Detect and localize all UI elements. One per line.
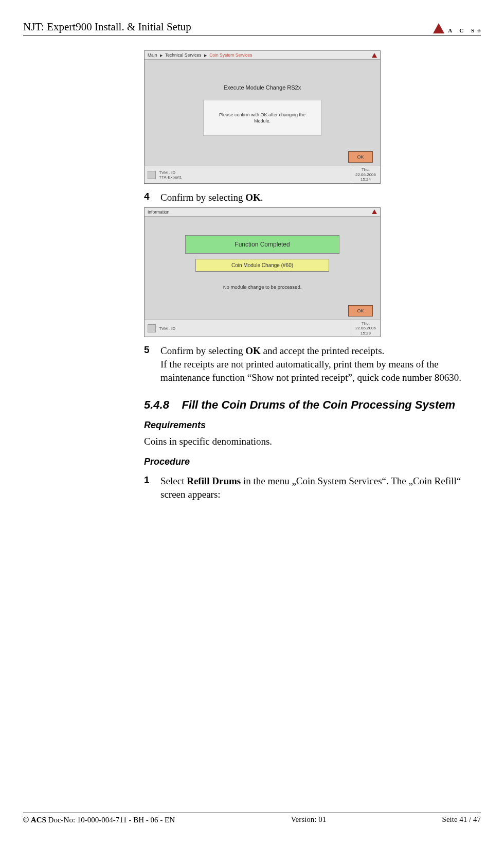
dialog-heading: Execute Module Change RS2x <box>154 84 371 91</box>
ui-body: Execute Module Change RS2x Please confir… <box>145 60 380 166</box>
text: If the receipts are not printed automati… <box>160 359 461 383</box>
ok-button[interactable]: OK <box>348 151 373 163</box>
footer-page: Seite 41 / 47 <box>442 815 481 824</box>
statusbar-day: Thu, <box>355 167 376 172</box>
ui-statusbar: TVM - ID TTA-Expert1 Thu, 22.06.2006 15:… <box>145 166 380 183</box>
statusbar-left: TVM - ID TTA-Expert1 <box>145 166 185 183</box>
section-title: Fill the Coin Drums of the Coin Processi… <box>182 398 455 411</box>
tvm-id-label: TVM - ID <box>159 170 182 175</box>
page-header: NJT: Expert900 Install. & Initial Setup … <box>23 21 481 36</box>
text: and accept the printed receipts. <box>261 345 385 356</box>
ui-titlebar: Information <box>145 208 380 217</box>
breadcrumb-item-current: Coin System Services <box>209 52 252 58</box>
step-5: 5 Confirm by selecting OK and accept the… <box>144 344 486 384</box>
screenshot-execute-module-change: Main ▶ Technical Services ▶ Coin System … <box>144 50 381 184</box>
step-text: Confirm by selecting OK. <box>160 191 486 204</box>
copyright-icon: © <box>23 815 29 824</box>
ui-body: Function Completed Coin Module Change (#… <box>145 217 380 320</box>
subheading-procedure: Procedure <box>144 456 486 467</box>
section-heading: 5.4.8 Fill the Coin Drums of the Coin Pr… <box>144 398 486 412</box>
footer-acs: ACS <box>31 816 46 824</box>
screenshot-function-completed: Information Function Completed Coin Modu… <box>144 207 381 338</box>
text: Confirm by selecting <box>160 192 245 203</box>
footer-version: Version: 01 <box>291 815 326 824</box>
chevron-right-icon: ▶ <box>204 54 207 57</box>
requirements-text: Coins in specific denominations. <box>144 435 486 448</box>
tvm-id-label: TVM - ID <box>159 326 175 331</box>
statusbar-date: 22.06.2006 <box>355 172 376 178</box>
step-4: 4 Confirm by selecting OK. <box>144 191 486 204</box>
device-icon <box>148 324 156 332</box>
footer-docno: Doc-No: 10-000-004-711 - BH - 06 - EN <box>46 816 175 824</box>
page-footer: © ACS Doc-No: 10-000-004-711 - BH - 06 -… <box>23 813 481 824</box>
dialog-message: Please confirm with OK after changing th… <box>203 100 321 136</box>
footer-left: © ACS Doc-No: 10-000-004-711 - BH - 06 -… <box>23 815 175 824</box>
statusbar-left: TVM - ID <box>145 320 178 337</box>
text: Select <box>160 476 187 486</box>
content-column: Main ▶ Technical Services ▶ Coin System … <box>144 50 486 501</box>
status-banner-info: Coin Module Change (#60) <box>195 259 329 272</box>
step-number: 5 <box>144 344 152 384</box>
logo-triangle-icon <box>372 209 377 214</box>
status-banner-success: Function Completed <box>185 235 339 254</box>
section-number: 5.4.8 <box>144 398 169 411</box>
step-number: 4 <box>144 191 152 204</box>
subheading-requirements: Requirements <box>144 420 486 431</box>
text-bold: OK <box>245 192 261 203</box>
step-text: Select Refill Drums in the menu „Coin Sy… <box>160 474 486 501</box>
chevron-right-icon: ▶ <box>160 54 163 57</box>
device-icon <box>148 171 156 179</box>
text-bold: Refill Drums <box>187 476 241 486</box>
text: Confirm by selecting <box>160 345 245 356</box>
tvm-id-value: TTA-Expert1 <box>159 175 182 180</box>
step-1: 1 Select Refill Drums in the menu „Coin … <box>144 474 486 501</box>
statusbar-date: 22.06.2006 <box>355 326 376 331</box>
text-bold: OK <box>245 345 261 356</box>
logo-registered: ® <box>477 28 481 33</box>
ui-statusbar: TVM - ID Thu, 22.06.2006 15:29 <box>145 320 380 337</box>
status-message: No module change to be processed. <box>154 284 371 290</box>
breadcrumb: Main ▶ Technical Services ▶ Coin System … <box>148 52 252 58</box>
statusbar-time: 15:29 <box>355 331 376 336</box>
statusbar-datetime: Thu, 22.06.2006 15:29 <box>351 320 380 337</box>
acs-logo: A C S ® <box>433 23 481 33</box>
logo-triangle-icon <box>433 23 444 33</box>
window-title: Information <box>148 209 170 215</box>
statusbar-day: Thu, <box>355 321 376 326</box>
breadcrumb-item: Technical Services <box>165 52 201 58</box>
ui-titlebar: Main ▶ Technical Services ▶ Coin System … <box>145 51 380 60</box>
logo-triangle-icon <box>372 53 377 58</box>
header-title: NJT: Expert900 Install. & Initial Setup <box>23 21 191 33</box>
statusbar-datetime: Thu, 22.06.2006 15:24 <box>351 166 380 183</box>
statusbar-time: 15:24 <box>355 177 376 182</box>
logo-text: A C S <box>448 27 477 33</box>
text: . <box>261 192 263 203</box>
step-text: Confirm by selecting OK and accept the p… <box>160 344 486 384</box>
step-number: 1 <box>144 474 152 501</box>
breadcrumb-item: Main <box>148 52 157 58</box>
ok-button[interactable]: OK <box>348 305 373 316</box>
